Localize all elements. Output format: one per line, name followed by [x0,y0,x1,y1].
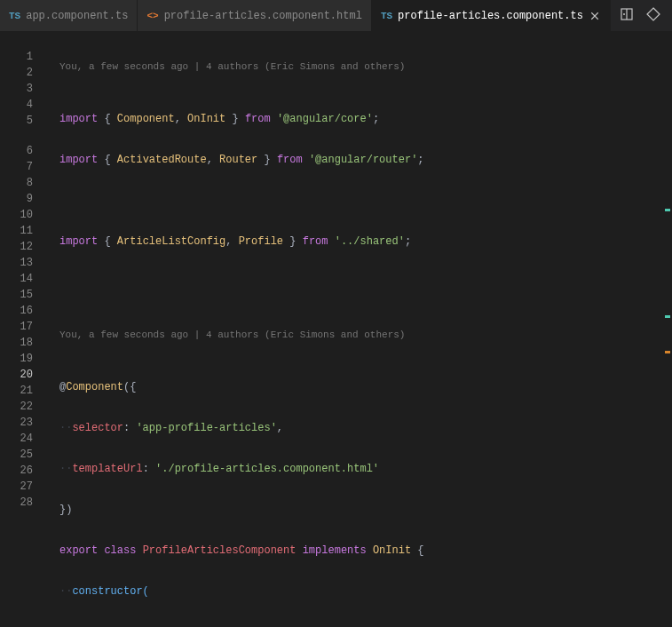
editor[interactable]: 1 2 3 4 5 6 7 8 9 10 11 12 13 14 15 16 1… [0,31,672,627]
tab-profile-articles-html[interactable]: <> profile-articles.component.html [138,0,371,31]
html-icon: <> [146,11,158,21]
code-line: ··templateUrl: './profile-articles.compo… [49,461,663,477]
close-icon[interactable] [589,10,601,22]
typescript-icon: TS [381,11,392,21]
line-number-gutter: 1 2 3 4 5 6 7 8 9 10 11 12 13 14 15 16 1… [0,31,49,627]
code-line: }) [49,502,663,518]
toggle-preview-icon[interactable] [620,7,634,25]
code-area[interactable]: You, a few seconds ago | 4 authors (Eric… [49,31,663,627]
code-line: ··constructor( [49,583,663,599]
svg-point-1 [623,13,625,15]
codelens-authors[interactable]: You, a few seconds ago | 4 authors (Eric… [49,60,663,74]
tab-label: app.component.ts [26,10,128,22]
code-line: export class ProfileArticlesComponent im… [49,543,663,559]
diff-icon[interactable] [646,7,660,25]
tab-profile-articles-ts[interactable]: TS profile-articles.component.ts [372,0,611,31]
code-line: @Component({ [49,379,663,395]
code-line: import { ActivatedRoute, Router } from '… [49,152,663,168]
tab-bar: TS app.component.ts <> profile-articles.… [0,0,672,31]
tab-label: profile-articles.component.ts [398,10,583,22]
codelens-authors[interactable]: You, a few seconds ago | 4 authors (Eric… [49,328,663,342]
code-line: ··selector: 'app-profile-articles', [49,420,663,436]
code-line: import { ArticleListConfig, Profile } fr… [49,234,663,250]
code-line [49,193,663,209]
typescript-icon: TS [9,11,20,21]
tab-app-component[interactable]: TS app.component.ts [0,0,138,31]
code-line [49,274,663,290]
editor-actions [611,0,672,31]
code-line: import { Component, OnInit } from '@angu… [49,111,663,127]
minimap[interactable] [663,31,672,627]
tab-label: profile-articles.component.html [164,10,362,22]
